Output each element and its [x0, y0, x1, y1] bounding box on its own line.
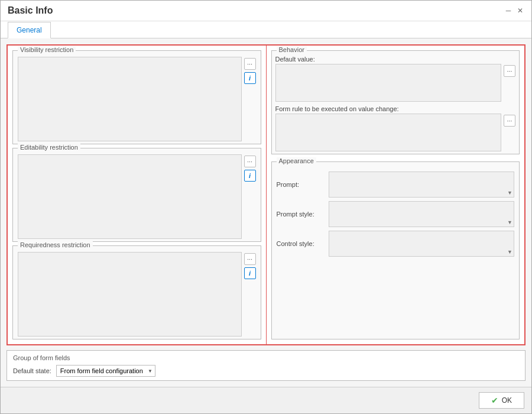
appearance-legend: Appearance	[277, 157, 316, 164]
left-panel: Visibility restriction ··· i Editability…	[8, 46, 267, 344]
default-state-row: Default state: From form field configura…	[13, 365, 519, 377]
default-state-dropdown-wrap: From form field configuration Visible Hi…	[56, 365, 155, 377]
appearance-rows: Prompt: ▼ Prompt style: ▼	[277, 166, 515, 257]
editability-ellipsis-button[interactable]: ···	[244, 156, 256, 167]
form-rule-ellipsis-button[interactable]: ···	[504, 115, 515, 127]
requiredness-restriction-group: Requiredness restriction ··· i	[12, 245, 261, 339]
main-panel: Visibility restriction ··· i Editability…	[7, 44, 525, 345]
form-rule-label: Form rule to be executed on value change…	[275, 105, 516, 112]
requiredness-legend: Requiredness restriction	[18, 241, 93, 248]
default-value-label: Default value:	[275, 56, 516, 63]
visibility-legend: Visibility restriction	[18, 46, 76, 53]
default-value-ellipsis-button[interactable]: ···	[504, 65, 515, 77]
minimize-button[interactable]: ─	[504, 7, 512, 15]
footer-bar: ✔ OK	[1, 387, 531, 413]
behavior-inner: Default value: ··· Form rule to be execu…	[275, 53, 516, 151]
control-style-row: Control style: ▼	[277, 231, 515, 257]
prompt-label: Prompt:	[277, 181, 324, 188]
ok-label: OK	[502, 396, 512, 405]
main-window: Basic Info ─ ✕ General Visibility restri…	[0, 0, 532, 414]
requiredness-side-buttons: ··· i	[244, 252, 256, 279]
form-rule-side-buttons: ···	[504, 114, 515, 151]
requiredness-field-area: ··· i	[18, 252, 256, 337]
default-value-textarea[interactable]	[275, 64, 502, 102]
check-icon: ✔	[491, 396, 498, 405]
requiredness-ellipsis-button[interactable]: ···	[244, 253, 256, 265]
window-title: Basic Info	[8, 5, 53, 16]
prompt-input-wrap: ▼	[329, 172, 515, 198]
prompt-style-down-arrow: ▼	[507, 219, 512, 225]
group-legend: Group of form fields	[13, 354, 519, 361]
default-value-side-buttons: ···	[504, 64, 515, 102]
editability-field-area: ··· i	[18, 154, 256, 239]
editability-info-button[interactable]: i	[244, 170, 256, 182]
form-rule-area: Form rule to be executed on value change…	[275, 105, 516, 151]
content-area: Visibility restriction ··· i Editability…	[1, 38, 531, 387]
prompt-down-arrow: ▼	[507, 190, 512, 196]
editability-textarea[interactable]	[18, 154, 242, 239]
editability-side-buttons: ··· i	[244, 154, 256, 182]
right-panel: Behavior Default value: ···	[267, 46, 525, 344]
ok-button[interactable]: ✔ OK	[479, 392, 524, 409]
default-value-area: Default value: ···	[275, 56, 516, 102]
control-style-down-arrow: ▼	[507, 249, 512, 255]
requiredness-textarea[interactable]	[18, 252, 242, 337]
default-value-field-wrap: ···	[275, 64, 516, 102]
prompt-style-row: Prompt style: ▼	[277, 201, 515, 227]
form-rule-field-wrap: ···	[275, 114, 516, 151]
prompt-style-input-wrap: ▼	[329, 201, 515, 227]
title-bar: Basic Info ─ ✕	[1, 1, 531, 21]
editability-restriction-group: Editability restriction ··· i	[12, 148, 261, 242]
visibility-ellipsis-button[interactable]: ···	[244, 58, 256, 70]
control-style-input-wrap: ▼	[329, 231, 515, 257]
editability-legend: Editability restriction	[18, 144, 80, 151]
behavior-group: Behavior Default value: ···	[271, 50, 520, 154]
visibility-side-buttons: ··· i	[244, 57, 256, 84]
visibility-textarea[interactable]	[18, 57, 242, 141]
form-rule-textarea[interactable]	[275, 114, 502, 151]
close-button[interactable]: ✕	[516, 7, 524, 15]
default-state-dropdown[interactable]: From form field configuration Visible Hi…	[56, 365, 155, 377]
default-state-label: Default state:	[13, 367, 51, 374]
visibility-field-area: ··· i	[18, 57, 256, 141]
title-bar-controls: ─ ✕	[504, 7, 524, 15]
requiredness-info-button[interactable]: i	[244, 267, 256, 279]
appearance-group: Appearance Prompt: ▼ Prompt style:	[271, 161, 520, 339]
visibility-restriction-group: Visibility restriction ··· i	[12, 50, 261, 144]
visibility-info-button[interactable]: i	[244, 72, 256, 84]
control-style-label: Control style:	[277, 240, 324, 247]
tab-general[interactable]: General	[8, 22, 51, 38]
behavior-legend: Behavior	[277, 46, 307, 53]
prompt-row: Prompt: ▼	[277, 172, 515, 198]
group-of-form-fields: Group of form fields Default state: From…	[7, 350, 525, 381]
prompt-style-label: Prompt style:	[277, 211, 324, 218]
tabs-bar: General	[1, 21, 531, 38]
